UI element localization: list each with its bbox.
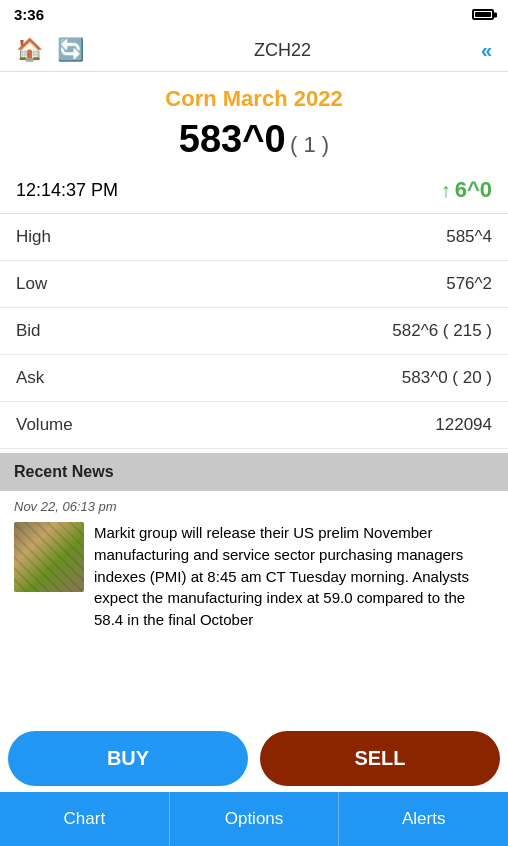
news-timestamp: Nov 22, 06:13 pm [0,491,508,518]
nav-title: ZCH22 [84,40,481,61]
back-icon[interactable]: « [481,39,492,62]
status-bar: 3:36 [0,0,508,29]
low-value: 576^2 [446,274,492,294]
low-label: Low [16,274,47,294]
table-row: Ask 583^0 ( 20 ) [0,355,508,402]
table-row: Bid 582^6 ( 215 ) [0,308,508,355]
news-text: Markit group will release their US preli… [94,522,494,631]
refresh-icon[interactable]: 🔄 [57,37,84,63]
status-time: 3:36 [14,6,44,23]
action-buttons: BUY SELL [0,725,508,792]
price-change: ↑ 6^0 [441,177,492,203]
news-header: Recent News [0,453,508,491]
table-row: Low 576^2 [0,261,508,308]
home-icon[interactable]: 🏠 [16,37,43,63]
nav-left-icons: 🏠 🔄 [16,37,84,63]
price-row: 12:14:37 PM ↑ 6^0 [0,167,508,213]
ask-label: Ask [16,368,44,388]
tab-alerts[interactable]: Alerts [339,792,508,846]
buy-button[interactable]: BUY [8,731,248,786]
table-row: High 585^4 [0,214,508,261]
price-main: 583^0 [179,118,286,160]
tab-chart[interactable]: Chart [0,792,170,846]
bottom-tab-bar: Chart Options Alerts [0,792,508,846]
tab-options[interactable]: Options [170,792,340,846]
sell-button[interactable]: SELL [260,731,500,786]
instrument-header: Corn March 2022 583^0 ( 1 ) [0,72,508,167]
news-item: Markit group will release their US preli… [0,518,508,639]
price-time: 12:14:37 PM [16,180,118,201]
table-row: Volume 122094 [0,402,508,449]
data-table: High 585^4 Low 576^2 Bid 582^6 ( 215 ) A… [0,213,508,449]
news-thumbnail [14,522,84,592]
main-content: Corn March 2022 583^0 ( 1 ) 12:14:37 PM … [0,72,508,639]
volume-label: Volume [16,415,73,435]
high-value: 585^4 [446,227,492,247]
nav-bar: 🏠 🔄 ZCH22 « [0,29,508,72]
news-section: Recent News Nov 22, 06:13 pm Markit grou… [0,453,508,639]
price-count: ( 1 ) [290,132,329,157]
battery-icon [472,9,494,20]
volume-value: 122094 [435,415,492,435]
price-display: 583^0 ( 1 ) [16,118,492,161]
up-arrow-icon: ↑ [441,179,451,202]
instrument-name: Corn March 2022 [16,86,492,112]
bid-value: 582^6 ( 215 ) [392,321,492,341]
ask-value: 583^0 ( 20 ) [402,368,492,388]
scroll-area: Corn March 2022 583^0 ( 1 ) 12:14:37 PM … [0,72,508,639]
bid-label: Bid [16,321,41,341]
high-label: High [16,227,51,247]
change-value: 6^0 [455,177,492,203]
